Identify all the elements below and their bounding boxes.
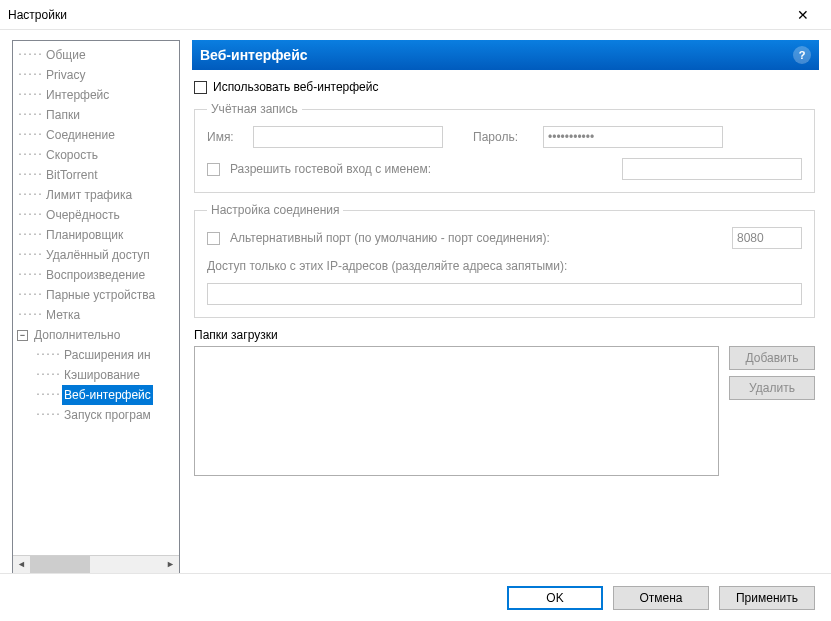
tree-item-15[interactable]: ·····Расширения ин xyxy=(17,345,179,365)
scroll-thumb[interactable] xyxy=(30,556,90,573)
tree-item-label: Парные устройства xyxy=(44,285,157,305)
tree-hscrollbar[interactable]: ◄ ► xyxy=(13,555,179,572)
cancel-button[interactable]: Отмена xyxy=(613,586,709,610)
tree-connector-icon: ····· xyxy=(17,225,42,245)
tree-connector-icon: ····· xyxy=(35,345,60,365)
folders-group: Папки загрузки Добавить Удалить xyxy=(194,328,815,476)
section-content: Использовать веб-интерфейс Учётная запис… xyxy=(192,70,819,573)
dialog-button-bar: OK Отмена Применить xyxy=(0,573,831,621)
guest-checkbox[interactable] xyxy=(207,163,220,176)
tree-item-label: Веб-интерфейс xyxy=(62,385,153,405)
tree-connector-icon: ····· xyxy=(17,205,42,225)
name-label: Имя: xyxy=(207,130,243,144)
tree-item-16[interactable]: ·····Кэширование xyxy=(17,365,179,385)
account-legend: Учётная запись xyxy=(207,102,302,116)
titlebar: Настройки ✕ xyxy=(0,0,831,30)
tree-item-11[interactable]: ·····Воспроизведение xyxy=(17,265,179,285)
help-icon[interactable]: ? xyxy=(793,46,811,64)
section-header: Веб-интерфейс ? xyxy=(192,40,819,70)
tree-connector-icon: ····· xyxy=(17,305,42,325)
guest-name-input[interactable] xyxy=(622,158,802,180)
section-title: Веб-интерфейс xyxy=(200,47,793,63)
remove-folder-button[interactable]: Удалить xyxy=(729,376,815,400)
tree-item-14[interactable]: −Дополнительно xyxy=(17,325,179,345)
tree-item-label: Интерфейс xyxy=(44,85,111,105)
tree-item-3[interactable]: ·····Папки xyxy=(17,105,179,125)
close-icon[interactable]: ✕ xyxy=(783,7,823,23)
tree-item-17[interactable]: ·····Веб-интерфейс xyxy=(17,385,179,405)
tree-item-2[interactable]: ·····Интерфейс xyxy=(17,85,179,105)
tree-item-label: Метка xyxy=(44,305,82,325)
tree-item-label: Запуск програм xyxy=(62,405,153,425)
apply-button[interactable]: Применить xyxy=(719,586,815,610)
guest-label: Разрешить гостевой вход с именем: xyxy=(230,162,431,176)
tree-connector-icon: ····· xyxy=(17,185,42,205)
category-tree: ·····Общие·····Privacy·····Интерфейс····… xyxy=(12,40,180,573)
enable-webui-row[interactable]: Использовать веб-интерфейс xyxy=(194,80,815,94)
tree-connector-icon: ····· xyxy=(17,125,42,145)
tree-item-label: Воспроизведение xyxy=(44,265,147,285)
tree-item-13[interactable]: ·····Метка xyxy=(17,305,179,325)
tree-item-label: Расширения ин xyxy=(62,345,152,365)
tree-connector-icon: ····· xyxy=(35,385,60,405)
tree-item-label: Общие xyxy=(44,45,87,65)
tree-item-label: Папки xyxy=(44,105,82,125)
tree-connector-icon: ····· xyxy=(17,145,42,165)
tree-item-5[interactable]: ·····Скорость xyxy=(17,145,179,165)
tree-item-4[interactable]: ·····Соединение xyxy=(17,125,179,145)
password-label: Пароль: xyxy=(473,130,533,144)
enable-webui-checkbox[interactable] xyxy=(194,81,207,94)
tree-item-label: Планировщик xyxy=(44,225,125,245)
tree-connector-icon: ····· xyxy=(17,65,42,85)
alt-port-label: Альтернативный порт (по умолчанию - порт… xyxy=(230,231,722,245)
ip-restrict-label: Доступ только с этих IP-адресов (разделя… xyxy=(207,259,567,273)
connection-group: Настройка соединения Альтернативный порт… xyxy=(194,203,815,318)
folders-legend: Папки загрузки xyxy=(194,328,815,342)
ip-restrict-input[interactable] xyxy=(207,283,802,305)
tree-connector-icon: ····· xyxy=(17,165,42,185)
tree-item-label: Скорость xyxy=(44,145,100,165)
scroll-left-icon[interactable]: ◄ xyxy=(13,556,30,573)
tree-connector-icon: ····· xyxy=(17,285,42,305)
tree-connector-icon: ····· xyxy=(35,365,60,385)
tree-item-8[interactable]: ·····Очерёдность xyxy=(17,205,179,225)
tree-item-label: Дополнительно xyxy=(32,325,122,345)
name-input[interactable] xyxy=(253,126,443,148)
tree-item-label: Кэширование xyxy=(62,365,142,385)
tree-item-label: Лимит трафика xyxy=(44,185,134,205)
tree-item-label: Удалённый доступ xyxy=(44,245,152,265)
tree-connector-icon: ····· xyxy=(17,245,42,265)
password-input[interactable] xyxy=(543,126,723,148)
alt-port-input[interactable] xyxy=(732,227,802,249)
tree-item-0[interactable]: ·····Общие xyxy=(17,45,179,65)
window-title: Настройки xyxy=(8,8,783,22)
tree-item-label: Соединение xyxy=(44,125,117,145)
settings-dialog: Настройки ✕ ·····Общие·····Privacy·····И… xyxy=(0,0,831,621)
tree-item-9[interactable]: ·····Планировщик xyxy=(17,225,179,245)
tree-item-12[interactable]: ·····Парные устройства xyxy=(17,285,179,305)
tree-item-6[interactable]: ·····BitTorrent xyxy=(17,165,179,185)
add-folder-button[interactable]: Добавить xyxy=(729,346,815,370)
scroll-track[interactable] xyxy=(30,556,162,573)
tree-list[interactable]: ·····Общие·····Privacy·····Интерфейс····… xyxy=(13,41,179,555)
ok-button[interactable]: OK xyxy=(507,586,603,610)
tree-connector-icon: ····· xyxy=(17,85,42,105)
dialog-body: ·····Общие·····Privacy·····Интерфейс····… xyxy=(0,30,831,573)
folders-listbox[interactable] xyxy=(194,346,719,476)
connection-legend: Настройка соединения xyxy=(207,203,343,217)
tree-collapse-icon[interactable]: − xyxy=(17,330,28,341)
tree-item-label: Очерёдность xyxy=(44,205,122,225)
tree-connector-icon: ····· xyxy=(35,405,60,425)
tree-item-7[interactable]: ·····Лимит трафика xyxy=(17,185,179,205)
tree-connector-icon: ····· xyxy=(17,265,42,285)
tree-item-10[interactable]: ·····Удалённый доступ xyxy=(17,245,179,265)
tree-connector-icon: ····· xyxy=(17,45,42,65)
enable-webui-label: Использовать веб-интерфейс xyxy=(213,80,379,94)
tree-connector-icon: ····· xyxy=(17,105,42,125)
alt-port-checkbox[interactable] xyxy=(207,232,220,245)
tree-item-label: Privacy xyxy=(44,65,87,85)
scroll-right-icon[interactable]: ► xyxy=(162,556,179,573)
tree-item-18[interactable]: ·····Запуск програм xyxy=(17,405,179,425)
tree-item-1[interactable]: ·····Privacy xyxy=(17,65,179,85)
main-panel: Веб-интерфейс ? Использовать веб-интерфе… xyxy=(192,40,819,573)
